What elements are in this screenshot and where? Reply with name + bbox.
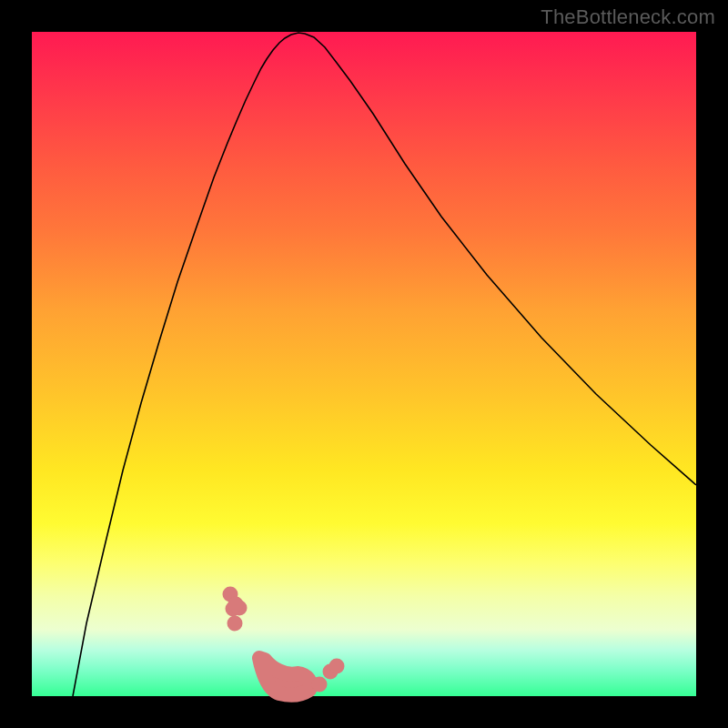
data-markers: [223, 587, 345, 695]
marker-dot: [228, 616, 243, 632]
watermark-label: TheBottleneck.com: [541, 5, 715, 29]
marker-dot: [312, 677, 328, 693]
plot-area: [32, 32, 696, 696]
marker-cluster: [259, 658, 311, 695]
marker-dot: [228, 597, 244, 612]
chart-frame: TheBottleneck.com: [0, 0, 728, 728]
bottleneck-curve: [73, 33, 696, 696]
chart-svg: [32, 32, 696, 696]
marker-dot: [329, 659, 345, 674]
